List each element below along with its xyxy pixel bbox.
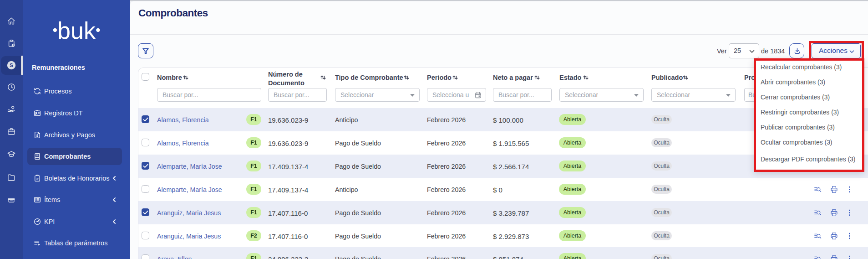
svg-text:S: S [10, 62, 13, 68]
